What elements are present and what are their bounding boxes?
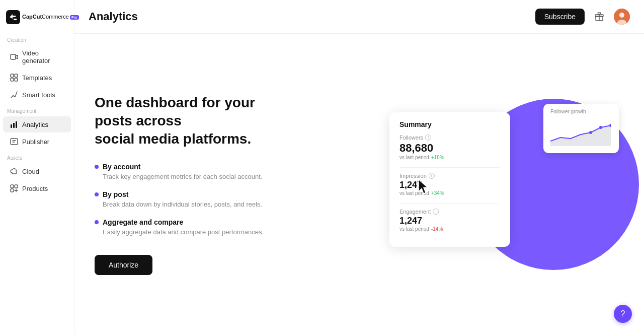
- followers-label: Followers: [399, 135, 423, 141]
- sidebar-item-video-generator[interactable]: Video generator: [3, 45, 71, 69]
- page-title: Analytics: [89, 10, 138, 23]
- sidebar-item-video-generator-label: Video generator: [22, 49, 64, 64]
- impression-label: Impression: [399, 173, 427, 179]
- sidebar-item-analytics[interactable]: Analytics: [3, 116, 71, 132]
- cursor-arrow: [417, 178, 431, 198]
- help-button[interactable]: ?: [614, 305, 632, 323]
- impression-metric: Impression i 1,247 vs last period +34%: [399, 173, 500, 196]
- impression-info-icon: i: [429, 173, 435, 179]
- feature-name-by-post: By post: [103, 190, 128, 198]
- sidebar-item-cloud-label: Cloud: [22, 168, 39, 175]
- svg-rect-9: [16, 121, 17, 128]
- feature-dot-3: [95, 220, 99, 224]
- sidebar: CapCut Commerce Pro Creation Video gener…: [0, 0, 74, 335]
- sidebar-item-products-label: Products: [22, 185, 48, 192]
- followers-vs: vs last period: [399, 155, 429, 160]
- feature-item-by-account: By account Track key engagement metrics …: [95, 163, 286, 181]
- impression-change: +34%: [431, 190, 444, 196]
- engagement-value: 1,247: [399, 216, 500, 226]
- content-left: One dashboard for your posts across soci…: [95, 94, 306, 276]
- sidebar-item-analytics-label: Analytics: [22, 121, 48, 128]
- main-area: Analytics Subscribe: [74, 0, 644, 335]
- svg-rect-7: [11, 124, 12, 128]
- followers-metric: Followers i 88,680 vs last period +18%: [399, 135, 500, 160]
- svg-point-20: [599, 126, 602, 129]
- sidebar-item-smart-tools[interactable]: Smart tools: [3, 87, 71, 103]
- feature-name-aggregate: Aggregate and compare: [103, 218, 183, 226]
- content-right: Summary Followers i 88,680 vs last perio…: [306, 89, 624, 280]
- sidebar-item-publisher-label: Publisher: [22, 138, 49, 146]
- sidebar-item-publisher[interactable]: Publisher: [3, 133, 71, 150]
- feature-dot-2: [95, 192, 99, 196]
- feature-name-by-account: By account: [103, 163, 140, 171]
- publisher-icon: [10, 138, 18, 146]
- video-icon: [10, 53, 18, 61]
- user-avatar[interactable]: [614, 9, 630, 25]
- svg-rect-11: [11, 185, 14, 188]
- svg-rect-10: [11, 139, 18, 145]
- sidebar-item-smart-tools-label: Smart tools: [22, 91, 55, 99]
- feature-desc-by-post: Break data down by individual stories, p…: [95, 200, 286, 209]
- header: Analytics Subscribe: [74, 0, 644, 34]
- logo: CapCut Commerce Pro: [0, 6, 74, 32]
- summary-card: Summary Followers i 88,680 vs last perio…: [389, 112, 510, 247]
- sidebar-item-templates-label: Templates: [22, 74, 52, 82]
- authorize-button[interactable]: Authorize: [95, 255, 152, 275]
- summary-title: Summary: [399, 120, 500, 128]
- svg-point-19: [589, 131, 592, 134]
- app-name: CapCut: [22, 14, 42, 20]
- svg-rect-4: [11, 78, 14, 81]
- subscribe-button[interactable]: Subscribe: [535, 9, 585, 25]
- gift-icon-button[interactable]: [591, 8, 608, 25]
- app-name2: Commerce: [42, 14, 69, 20]
- creation-label: Creation: [0, 32, 74, 45]
- feature-list: By account Track key engagement metrics …: [95, 163, 286, 237]
- engagement-vs: vs last period: [399, 226, 429, 232]
- products-icon: [10, 184, 18, 192]
- svg-rect-5: [15, 78, 18, 81]
- impression-value: 1,247: [399, 180, 500, 190]
- feature-item-by-post: By post Break data down by individual st…: [95, 190, 286, 209]
- followers-info-icon: i: [425, 135, 431, 141]
- divider-1: [399, 167, 500, 168]
- engagement-change: -14%: [431, 226, 443, 232]
- svg-rect-3: [15, 74, 18, 77]
- management-label: Management: [0, 103, 74, 116]
- followers-value: 88,680: [399, 142, 500, 155]
- svg-rect-2: [11, 74, 14, 77]
- engagement-metric: Engagement i 1,247 vs last period -14%: [399, 209, 500, 232]
- feature-dot: [95, 165, 99, 169]
- followers-change: +18%: [431, 155, 444, 160]
- svg-rect-8: [13, 123, 15, 128]
- engagement-label: Engagement: [399, 209, 431, 215]
- content-area: One dashboard for your posts across soci…: [74, 34, 644, 335]
- content-heading: One dashboard for your posts across soci…: [95, 94, 286, 149]
- svg-point-6: [13, 95, 14, 96]
- svg-rect-13: [11, 189, 14, 192]
- growth-chart: [550, 118, 611, 146]
- feature-desc-by-account: Track key engagement metrics for each so…: [95, 172, 286, 181]
- svg-rect-12: [15, 185, 18, 188]
- header-actions: Subscribe: [535, 8, 630, 25]
- templates-icon: [10, 74, 18, 82]
- avatar-image: [614, 9, 630, 25]
- follower-growth-card: Follower growth: [543, 104, 619, 153]
- feature-item-aggregate: Aggregate and compare Easily aggregate d…: [95, 218, 286, 237]
- analytics-icon: [10, 120, 18, 128]
- sidebar-item-cloud[interactable]: Cloud: [3, 163, 71, 179]
- feature-desc-aggregate: Easily aggregate data and compare post p…: [95, 228, 286, 237]
- help-icon: ?: [621, 309, 625, 318]
- capcut-logo-icon: [6, 10, 20, 24]
- growth-title: Follower growth: [550, 109, 612, 114]
- sidebar-item-templates[interactable]: Templates: [3, 70, 71, 86]
- assets-label: Assets: [0, 150, 74, 163]
- sidebar-item-products[interactable]: Products: [3, 180, 71, 196]
- engagement-info-icon: i: [433, 209, 439, 215]
- gift-icon: [594, 12, 604, 22]
- svg-point-17: [619, 13, 624, 18]
- cloud-icon: [10, 167, 18, 175]
- smart-tools-icon: [10, 91, 18, 99]
- divider-2: [399, 203, 500, 204]
- svg-rect-1: [11, 54, 16, 59]
